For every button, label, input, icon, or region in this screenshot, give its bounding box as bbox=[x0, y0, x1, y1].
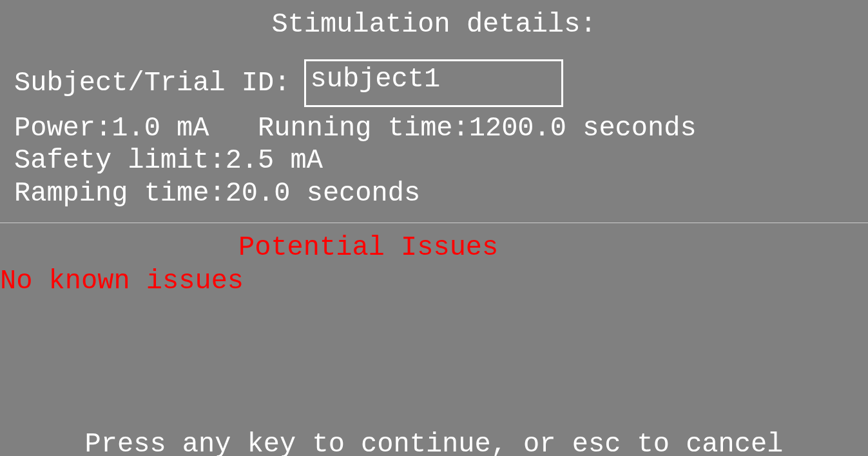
issues-title: Potential Issues bbox=[238, 232, 868, 263]
ramping-time-value: 20.0 seconds bbox=[226, 178, 420, 209]
safety-limit-row: Safety limit:2.5 mA bbox=[14, 144, 868, 177]
power-value: 1.0 mA bbox=[111, 113, 209, 144]
subject-id-label: Subject/Trial ID: bbox=[14, 68, 290, 99]
running-time-value: 1200.0 seconds bbox=[469, 113, 697, 144]
ramping-time-label: Ramping time: bbox=[14, 178, 226, 209]
running-time-label: Running time: bbox=[258, 113, 469, 144]
issues-text: No known issues bbox=[0, 266, 868, 297]
ramping-time-row: Ramping time:20.0 seconds bbox=[14, 177, 868, 210]
subject-id-input[interactable] bbox=[304, 59, 563, 107]
stimulation-details-panel: Stimulation details: Subject/Trial ID: P… bbox=[0, 0, 868, 223]
subject-id-row: Subject/Trial ID: bbox=[14, 59, 868, 107]
safety-limit-value: 2.5 mA bbox=[226, 145, 323, 176]
power-label: Power: bbox=[14, 113, 111, 144]
safety-limit-label: Safety limit: bbox=[14, 145, 226, 176]
continue-prompt[interactable]: Press any key to continue, or esc to can… bbox=[0, 429, 868, 456]
power-running-row: Power:1.0 mA Running time:1200.0 seconds bbox=[14, 112, 868, 144]
panel-title: Stimulation details: bbox=[0, 9, 868, 40]
issues-panel: Potential Issues No known issues bbox=[0, 223, 868, 297]
